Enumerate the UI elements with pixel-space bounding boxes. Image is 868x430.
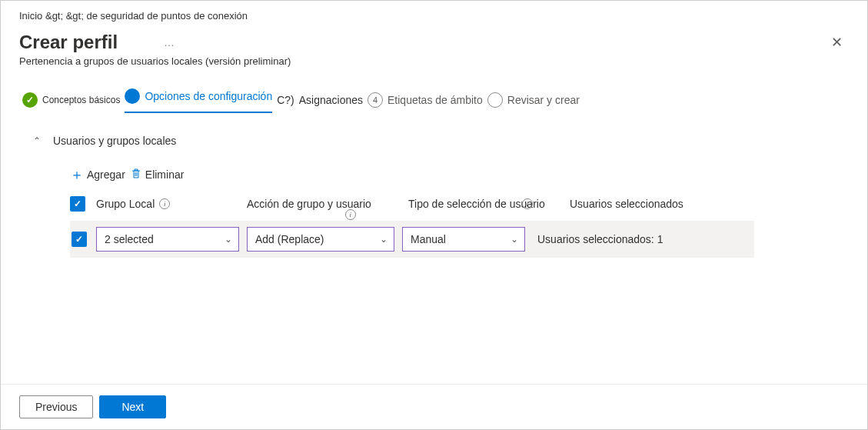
page-subtitle: Pertenencia a grupos de usuarios locales… bbox=[1, 55, 867, 81]
step-active-icon bbox=[125, 88, 140, 104]
delete-label: Eliminar bbox=[145, 168, 185, 181]
table-header-row: Grupo Local Acción de grupo y usuario Ti… bbox=[70, 196, 835, 212]
more-dots-icon[interactable]: … bbox=[164, 36, 175, 48]
step-num-icon: 4 bbox=[367, 92, 383, 108]
row-checkbox[interactable] bbox=[72, 232, 87, 247]
chevron-down-icon: ⌄ bbox=[380, 234, 387, 245]
selection-type-value: Manual bbox=[411, 233, 446, 245]
info-icon[interactable] bbox=[159, 198, 170, 209]
previous-button[interactable]: Previous bbox=[19, 395, 93, 418]
group-action-value: Add (Replace) bbox=[255, 233, 324, 245]
section-toggle-local-users[interactable]: ⌃ Usuarios y grupos locales bbox=[33, 135, 835, 147]
plus-icon: ＋ bbox=[70, 165, 84, 184]
col-selected-users: Usuarios seleccionados bbox=[570, 198, 683, 210]
local-group-value: 2 selected bbox=[105, 233, 154, 245]
wizard-stepper: Conceptos básicos Opciones de configurac… bbox=[1, 81, 867, 112]
close-icon[interactable]: ✕ bbox=[825, 31, 849, 54]
delete-button[interactable]: Eliminar bbox=[130, 168, 185, 182]
chevron-up-icon: ⌃ bbox=[33, 135, 41, 146]
local-groups-table: Grupo Local Acción de grupo y usuario Ti… bbox=[33, 196, 835, 258]
page-title: Crear perfil bbox=[19, 32, 118, 53]
step-assignments-prefix: C?) bbox=[277, 94, 294, 106]
section-title: Usuarios y grupos locales bbox=[53, 135, 176, 147]
breadcrumb[interactable]: Inicio &gt; &gt; de seguridad de puntos … bbox=[1, 1, 867, 25]
step-pending-icon bbox=[487, 92, 503, 108]
info-icon[interactable] bbox=[345, 209, 356, 220]
wizard-footer: Previous Next bbox=[1, 384, 867, 429]
group-action-select[interactable]: Add (Replace) ⌄ bbox=[247, 227, 394, 252]
step-assignments[interactable]: Asignaciones bbox=[299, 94, 363, 106]
step-review[interactable]: Revisar y crear bbox=[507, 94, 580, 106]
chevron-down-icon: ⌄ bbox=[224, 234, 232, 245]
table-row: 2 selected ⌄ Add (Replace) ⌄ Manual ⌄ Us… bbox=[70, 221, 754, 258]
selection-type-select[interactable]: Manual ⌄ bbox=[402, 227, 525, 252]
col-local-group: Grupo Local bbox=[96, 198, 155, 210]
step-basics[interactable]: Conceptos básicos bbox=[42, 95, 120, 105]
step-scope-tags[interactable]: Etiquetas de ámbito bbox=[387, 94, 483, 106]
select-all-checkbox[interactable] bbox=[70, 196, 85, 212]
local-group-select[interactable]: 2 selected ⌄ bbox=[96, 227, 239, 252]
col-group-user-action: Acción de grupo y usuario bbox=[247, 198, 371, 210]
add-label: Agregar bbox=[87, 168, 125, 181]
step-done-icon bbox=[22, 92, 38, 108]
selected-users-text: Usuarios seleccionados: 1 bbox=[533, 233, 663, 245]
next-button[interactable]: Next bbox=[99, 395, 166, 418]
info-icon[interactable] bbox=[522, 198, 533, 209]
step-configuration[interactable]: Opciones de configuración bbox=[145, 90, 272, 102]
trash-icon bbox=[130, 168, 142, 182]
chevron-down-icon: ⌄ bbox=[510, 234, 518, 245]
add-button[interactable]: ＋ Agregar bbox=[70, 165, 125, 184]
